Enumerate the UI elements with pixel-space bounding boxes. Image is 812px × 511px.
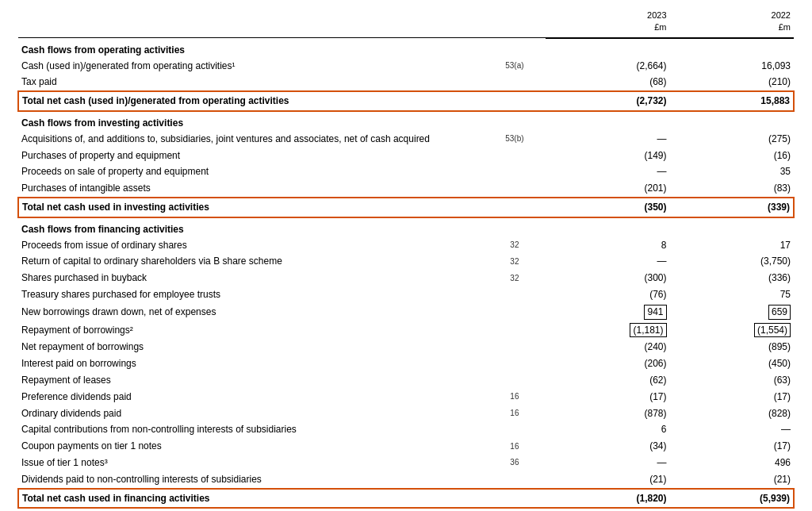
total-val-2022: 15,883 [670, 91, 794, 111]
header-2023: 2023£m [546, 8, 669, 38]
total-val-2023: (2,732) [546, 91, 669, 111]
row-val-2022: (275) [670, 131, 794, 148]
section-header-label: Cash flows from financing activities [18, 217, 794, 237]
row-label: Dividends paid to non-controlling intere… [18, 471, 484, 489]
row-val-2023: (206) [546, 355, 669, 372]
total-val-2022: (5,939) [670, 489, 794, 509]
total-val-2023: (350) [546, 198, 669, 217]
row-val-2022: 35 [670, 163, 794, 180]
section-header-row: Cash flows from operating activities [18, 38, 794, 58]
row-val-2023: (149) [546, 148, 669, 164]
total-highlighted-row: Total net cash (used in)/generated from … [18, 91, 794, 111]
data-row: Capital contributions from non-controlli… [18, 421, 794, 438]
row-label: Purchases of property and equipment [18, 148, 484, 164]
data-row: Cash (used in)/generated from operating … [18, 58, 794, 75]
row-label: Return of capital to ordinary shareholde… [18, 253, 484, 270]
row-val-2023: 941 [546, 303, 669, 321]
row-val-2022: (3,750) [670, 253, 794, 270]
row-val-2023: (34) [546, 438, 669, 455]
row-note [484, 421, 546, 438]
data-row: Proceeds from issue of ordinary shares 3… [18, 237, 794, 254]
data-row: Dividends paid to non-controlling intere… [18, 471, 794, 489]
row-val-2022: (450) [670, 355, 794, 372]
row-label: Shares purchased in buyback [18, 270, 484, 286]
row-label: Cash (used in)/generated from operating … [18, 58, 484, 75]
row-note: 16 [484, 438, 546, 455]
row-val-2023: — [546, 163, 669, 180]
data-row: Coupon payments on tier 1 notes 16 (34) … [18, 438, 794, 455]
row-val-2022: (83) [670, 180, 794, 198]
row-note: 36 [484, 455, 546, 471]
header-2022: 2022£m [670, 8, 794, 38]
row-val-2023: 6 [546, 421, 669, 438]
row-label: Acquisitions of, and additions to, subsi… [18, 131, 484, 148]
row-val-2022: (336) [670, 270, 794, 286]
data-row: Preference dividends paid 16 (17) (17) [18, 389, 794, 405]
data-row: Purchases of intangible assets (201) (83… [18, 180, 794, 198]
section-header-row: Cash flows from financing activities [18, 217, 794, 237]
data-row: Treasury shares purchased for employee t… [18, 286, 794, 303]
row-val-2022: (16) [670, 148, 794, 164]
row-label: New borrowings drawn down, net of expens… [18, 303, 484, 321]
total-val-2023: (1,820) [546, 489, 669, 509]
row-val-2022: (63) [670, 372, 794, 389]
row-note [484, 303, 546, 321]
row-note: 32 [484, 253, 546, 270]
total-val-2022: (339) [670, 198, 794, 217]
row-val-2022: (210) [670, 74, 794, 91]
row-val-2023: (240) [546, 339, 669, 355]
total-label: Total net cash used in investing activit… [18, 198, 484, 217]
row-label: Coupon payments on tier 1 notes [18, 438, 484, 455]
row-val-2022: (17) [670, 438, 794, 455]
row-val-2023: — [546, 131, 669, 148]
row-val-2022: 16,093 [670, 58, 794, 75]
data-row: Tax paid (68) (210) [18, 74, 794, 91]
total-note [484, 198, 546, 217]
total-highlighted-row: Total net cash used in financing activit… [18, 489, 794, 509]
row-note [484, 372, 546, 389]
row-note: 53(a) [484, 58, 546, 75]
section-header-label: Cash flows from operating activities [18, 38, 794, 58]
data-row: Purchases of property and equipment (149… [18, 148, 794, 164]
cash-flow-table: 2023£m 2022£m Cash flows from operating … [17, 8, 795, 509]
row-val-2023: 8 [546, 237, 669, 254]
row-label: Purchases of intangible assets [18, 180, 484, 198]
row-note: 32 [484, 237, 546, 254]
row-note [484, 355, 546, 372]
data-row-boxed: New borrowings drawn down, net of expens… [18, 303, 794, 321]
data-row: Proceeds on sale of property and equipme… [18, 163, 794, 180]
row-note: 16 [484, 405, 546, 422]
row-val-2022: 17 [670, 237, 794, 254]
row-val-2023: (2,664) [546, 58, 669, 75]
data-row: Acquisitions of, and additions to, subsi… [18, 131, 794, 148]
row-val-2023: (21) [546, 471, 669, 489]
row-val-2022: (21) [670, 471, 794, 489]
header-label [18, 8, 484, 38]
data-row: Net repayment of borrowings (240) (895) [18, 339, 794, 355]
row-val-2022: 496 [670, 455, 794, 471]
row-note [484, 471, 546, 489]
row-note [484, 74, 546, 91]
row-val-2023: — [546, 455, 669, 471]
row-label: Proceeds from issue of ordinary shares [18, 237, 484, 254]
row-val-2023: (878) [546, 405, 669, 422]
data-row: Return of capital to ordinary shareholde… [18, 253, 794, 270]
total-label: Total net cash used in financing activit… [18, 489, 484, 509]
section-header-label: Cash flows from investing activities [18, 111, 794, 131]
row-val-2022: (828) [670, 405, 794, 422]
row-label: Preference dividends paid [18, 389, 484, 405]
row-note [484, 148, 546, 164]
total-note [484, 91, 546, 111]
row-note: 16 [484, 389, 546, 405]
row-note [484, 321, 546, 340]
row-val-2023: (68) [546, 74, 669, 91]
row-label: Proceeds on sale of property and equipme… [18, 163, 484, 180]
row-label: Repayment of leases [18, 372, 484, 389]
row-label: Repayment of borrowings² [18, 321, 484, 340]
row-val-2023: (1,181) [546, 321, 669, 340]
row-note [484, 286, 546, 303]
data-row: Interest paid on borrowings (206) (450) [18, 355, 794, 372]
row-note [484, 339, 546, 355]
row-val-2022: 659 [670, 303, 794, 321]
row-label: Ordinary dividends paid [18, 405, 484, 422]
